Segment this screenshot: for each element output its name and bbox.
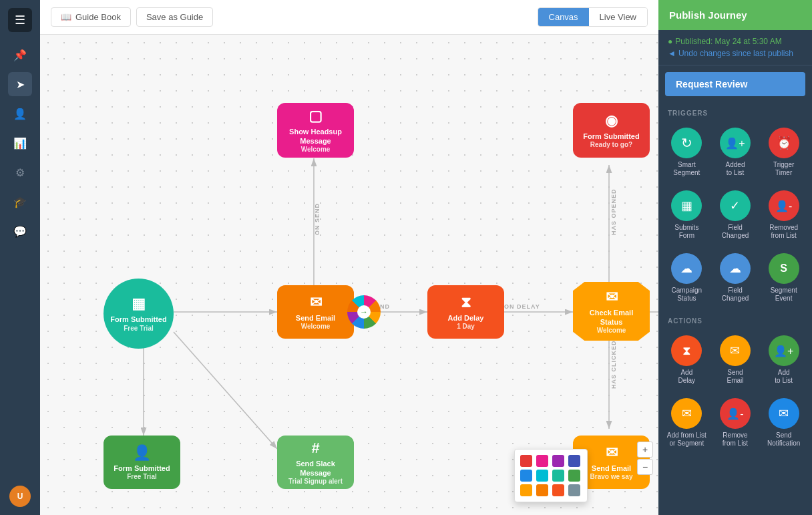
color-swatch-red[interactable]	[520, 455, 532, 467]
canvas[interactable]: SEND ON DELAY ON SEND HAS OPENED HAS CLI…	[40, 35, 658, 515]
smart-segment-label: SmartSegment	[673, 161, 700, 177]
submits-form-icon: ▦	[671, 190, 702, 221]
sidebar-item-person[interactable]: 👤	[8, 102, 32, 126]
panel-item-segment-event[interactable]: S SegmentEvent	[761, 248, 807, 308]
panel-item-add-delay[interactable]: ⧗ AddDelay	[664, 330, 710, 390]
send-email-label: SendEmail	[727, 369, 743, 385]
panel-item-added-to-list[interactable]: 👤+ Addedto List	[713, 122, 759, 182]
color-swatch-pink[interactable]	[536, 455, 548, 467]
node-form-submitted-ready[interactable]: ◉ Form Submitted Ready to go?	[573, 103, 650, 158]
email-icon: ✉	[310, 294, 322, 311]
color-swatch-grey[interactable]	[568, 484, 580, 496]
request-review-button[interactable]: Request Review	[665, 72, 805, 96]
sidebar-item-send[interactable]: ➤	[8, 72, 32, 96]
undo-link[interactable]: ◄ Undo changes since last publish	[668, 49, 803, 58]
color-picker[interactable]	[514, 449, 588, 502]
node-send-slack[interactable]: # Send SlackMessage Trial Signup alert	[277, 436, 354, 489]
published-text: Published: May 24 at 5:30 AM	[668, 37, 803, 46]
headsup-icon: ▢	[309, 108, 323, 125]
node-form-submitted-main[interactable]: ▦ Form Submitted Free Trial	[104, 279, 174, 349]
send-email-icon: ✉	[720, 335, 751, 366]
color-swatch-yellow[interactable]	[520, 484, 532, 496]
sidebar-item-chat[interactable]: 💬	[8, 219, 32, 243]
color-swatch-cyan[interactable]	[536, 470, 548, 482]
delay-icon: ⧗	[461, 294, 471, 311]
panel-item-add-from-list[interactable]: ✉ Add from Listor Segment	[664, 393, 710, 453]
panel-item-campaign-status[interactable]: ☁ CampaignStatus	[664, 248, 710, 308]
sidebar-item-chart[interactable]: 📊	[8, 131, 32, 155]
svg-text:HAS CLICKED: HAS CLICKED	[610, 340, 617, 389]
form-ready-icon: ◉	[605, 112, 618, 130]
node-send-email-main[interactable]: ✉ Send Email Welcome	[277, 285, 354, 339]
node-check-email[interactable]: ✉ Check EmailStatus Welcome	[573, 282, 650, 341]
campaign-status-label: CampaignStatus	[672, 287, 702, 303]
check-email-icon: ✉	[606, 289, 618, 306]
campaign-status-icon: ☁	[671, 253, 702, 284]
live-view-tab[interactable]: Live View	[589, 8, 647, 26]
color-swatch-coral[interactable]	[552, 484, 564, 496]
added-to-list-label: Addedto List	[726, 161, 745, 177]
right-panel: Publish Journey Published: May 24 at 5:3…	[658, 0, 812, 515]
panel-item-trigger-timer[interactable]: ⏰ TriggerTimer	[761, 122, 807, 182]
sidebar-item-settings[interactable]: ⚙	[8, 160, 32, 184]
svg-text:ON SEND: ON SEND	[314, 203, 321, 235]
sidebar-item-book[interactable]: 🎓	[8, 190, 32, 214]
add-delay-label: AddDelay	[678, 369, 696, 385]
add-to-list-label: Addto List	[775, 369, 793, 385]
node-show-headsup[interactable]: ▢ Show HeadsupMessage Welcome	[277, 103, 354, 158]
add-delay-icon: ⧗	[671, 335, 702, 366]
book-icon: 📖	[61, 12, 71, 22]
remove-from-list-icon: 👤-	[720, 398, 751, 429]
panel-item-submits-form[interactable]: ▦ SubmitsForm	[664, 185, 710, 245]
send-notification-icon: ✉	[769, 398, 799, 429]
actions-grid: ⧗ AddDelay ✉ SendEmail 👤+ Addto List ✉ A…	[658, 327, 812, 456]
panel-item-smart-segment[interactable]: ↻ SmartSegment	[664, 122, 710, 182]
canvas-tab[interactable]: Canvas	[538, 8, 589, 26]
sidebar-logo: ☰	[8, 8, 32, 32]
node-form-submitted-copy[interactable]: 👤 Form Submitted Free Trial	[104, 436, 180, 489]
smart-segment-icon: ↻	[671, 128, 702, 158]
svg-text:HAS OPENED: HAS OPENED	[610, 188, 617, 235]
add-from-list-icon: ✉	[671, 398, 702, 429]
color-swatch-teal[interactable]	[552, 470, 564, 482]
zoom-controls: + −	[637, 442, 653, 475]
remove-from-list-label: Removefrom List	[723, 432, 748, 448]
panel-item-field-changed[interactable]: ✓ FieldChanged	[713, 185, 759, 245]
panel-item-remove-from-list[interactable]: 👤- Removefrom List	[713, 393, 759, 453]
color-swatch-green[interactable]	[568, 470, 580, 482]
sidebar: ☰ 📌 ➤ 👤 📊 ⚙ 🎓 💬 U	[0, 0, 40, 515]
triggers-label: TRIGGERS	[658, 103, 812, 120]
email-bottom-icon: ✉	[606, 444, 618, 462]
panel-item-send-notification[interactable]: ✉ SendNotification	[761, 393, 807, 453]
send-notification-label: SendNotification	[767, 432, 800, 448]
zoom-out-button[interactable]: −	[637, 459, 653, 475]
field-changed-icon: ✓	[720, 190, 751, 221]
spinner-wheel[interactable]: →	[347, 295, 381, 329]
panel-item-add-to-list[interactable]: 👤+ Addto List	[761, 330, 807, 390]
slack-icon: #	[311, 440, 319, 457]
triggers-grid: ↻ SmartSegment 👤+ Addedto List ⏰ Trigger…	[658, 120, 812, 311]
spinner-arrow: →	[357, 305, 371, 319]
save-as-guide-button[interactable]: Save as Guide	[136, 7, 213, 27]
publish-status: Published: May 24 at 5:30 AM ◄ Undo chan…	[658, 30, 812, 65]
topbar: 📖 Guide Book Save as Guide Canvas Live V…	[40, 0, 658, 35]
panel-item-removed-from-list[interactable]: 👤- Removedfrom List	[761, 185, 807, 245]
zoom-in-button[interactable]: +	[637, 442, 653, 458]
panel-item-send-email[interactable]: ✉ SendEmail	[713, 330, 759, 390]
color-swatch-orange[interactable]	[536, 484, 548, 496]
field-changed-2-icon: ☁	[720, 253, 751, 284]
guide-book-button[interactable]: 📖 Guide Book	[51, 7, 131, 27]
avatar[interactable]: U	[9, 486, 31, 507]
color-swatch-purple[interactable]	[552, 455, 564, 467]
segment-event-icon: S	[769, 253, 799, 284]
form-icon: ▦	[132, 295, 146, 313]
publish-journey-button[interactable]: Publish Journey	[658, 0, 812, 30]
node-add-delay[interactable]: ⧗ Add Delay 1 Day	[427, 285, 504, 339]
color-swatch-indigo[interactable]	[568, 455, 580, 467]
color-swatch-blue[interactable]	[520, 470, 532, 482]
add-from-list-label: Add from Listor Segment	[667, 432, 706, 448]
panel-item-field-changed-2[interactable]: ☁ FieldChanged	[713, 248, 759, 308]
sidebar-item-pin[interactable]: 📌	[8, 43, 32, 67]
removed-from-list-label: Removedfrom List	[769, 224, 798, 240]
svg-text:ON DELAY: ON DELAY	[504, 303, 540, 310]
